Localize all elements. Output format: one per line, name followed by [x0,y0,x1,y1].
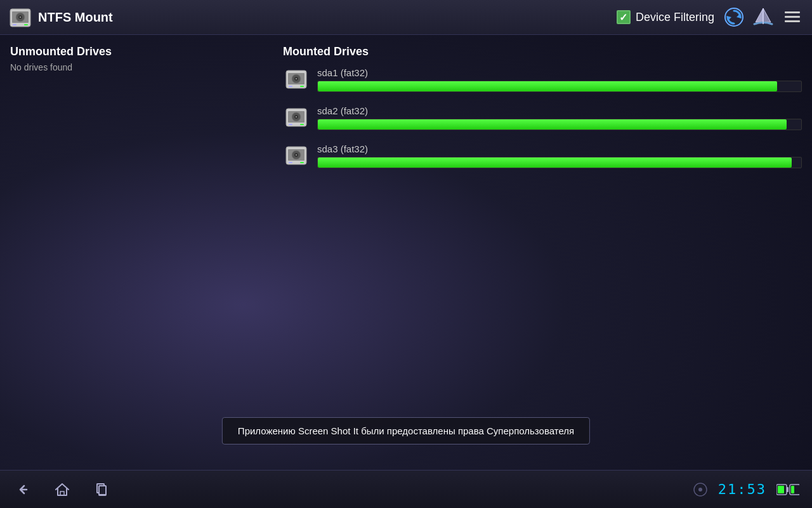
drive-icon-3 [283,142,310,169]
device-filtering-area: Device Filtering [617,10,714,24]
menu-button[interactable] [780,5,804,29]
mounted-drives-title: Mounted Drives [283,45,802,58]
drive-bar-1 [318,81,777,91]
svg-rect-22 [300,86,304,87]
svg-marker-11 [763,8,771,22]
status-area: 21:53 [693,481,799,497]
refresh-button[interactable] [722,5,746,29]
wizard-button[interactable] [751,5,775,29]
drive-item-2[interactable]: sda2 (fat32) [283,104,802,131]
svg-point-20 [296,78,297,79]
svg-marker-10 [756,8,763,22]
svg-rect-29 [300,124,304,125]
left-panel: Unmounted Drives No drives found [0,35,273,470]
device-filtering-checkbox[interactable] [617,10,631,24]
drive-bar-container-2 [317,119,802,130]
svg-rect-45 [787,487,789,492]
svg-rect-41 [99,486,106,495]
svg-rect-35 [289,162,292,163]
svg-rect-6 [24,24,28,25]
svg-rect-28 [289,124,292,125]
drive-info-3: sda3 (fat32) [317,144,802,168]
wifi-icon [693,482,708,497]
drive-bar-3 [318,157,792,168]
svg-rect-21 [289,86,292,87]
device-filtering-label: Device Filtering [636,11,714,24]
svg-point-43 [698,488,702,491]
right-panel: Mounted Drives sda1 (fat32) [273,35,812,470]
drive-bar-container-1 [317,81,802,92]
nav-buttons [13,479,112,500]
bottom-bar: 21:53 [0,470,812,508]
drive-icon-2 [283,104,310,131]
svg-rect-14 [785,16,800,18]
system-clock: 21:53 [718,481,766,497]
toast-message: Приложению Screen Shot It были предостав… [222,417,590,444]
top-bar: NTFS Mount Device Filtering [0,0,812,35]
app-title: NTFS Mount [38,10,617,25]
svg-rect-49 [791,486,794,493]
svg-point-34 [296,154,297,156]
unmounted-drives-title: Unmounted Drives [10,45,263,58]
recents-button[interactable] [91,479,112,500]
drive-info-1: sda1 (fat32) [317,67,802,92]
svg-rect-5 [13,24,16,25]
svg-point-4 [20,17,21,18]
svg-point-27 [296,116,297,117]
svg-rect-13 [785,11,800,13]
drive-bar-2 [318,119,787,130]
no-drives-text: No drives found [10,62,263,72]
drive-bar-container-3 [317,157,802,168]
drive-item-3[interactable]: sda3 (fat32) [283,142,802,169]
svg-rect-15 [785,20,800,22]
drive-label-1: sda1 (fat32) [317,67,802,78]
drive-icon-1 [283,66,310,93]
drive-item-1[interactable]: sda1 (fat32) [283,66,802,93]
drive-info-2: sda2 (fat32) [317,105,802,130]
svg-rect-46 [778,486,784,493]
svg-rect-36 [300,162,304,163]
battery-indicator [776,482,799,497]
drives-list: sda1 (fat32) sda2 (fat32) [283,66,802,169]
back-button[interactable] [13,479,33,500]
app-icon [8,5,32,29]
home-button[interactable] [52,479,72,500]
main-content: Unmounted Drives No drives found Mounted… [0,35,812,470]
drive-label-3: sda3 (fat32) [317,144,802,154]
drive-label-2: sda2 (fat32) [317,105,802,116]
